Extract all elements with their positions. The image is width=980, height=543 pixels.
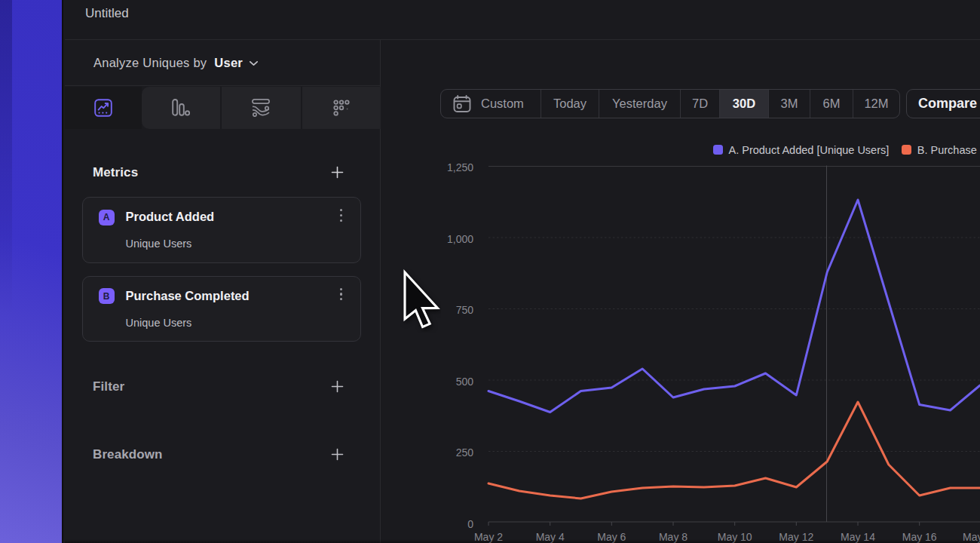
svg-text:250: 250	[456, 446, 474, 459]
svg-text:0: 0	[467, 518, 473, 530]
svg-text:750: 750	[456, 304, 474, 316]
svg-text:1,000: 1,000	[447, 233, 473, 245]
svg-text:500: 500	[456, 376, 474, 388]
svg-text:1,250: 1,250	[447, 161, 473, 173]
